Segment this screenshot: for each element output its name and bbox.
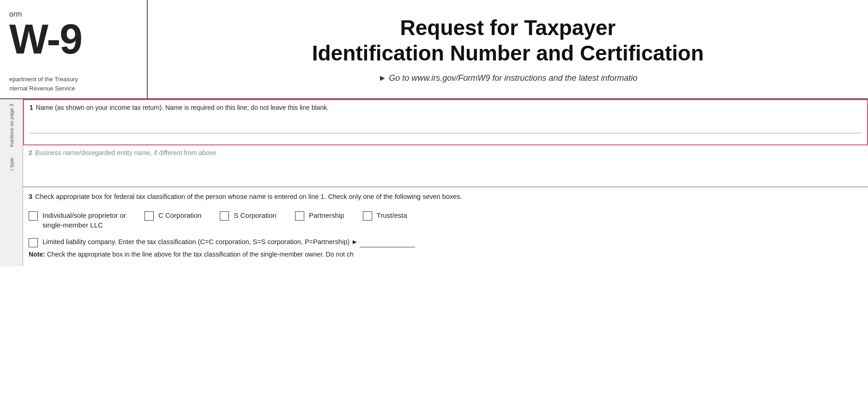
checkbox-c-corp-box[interactable] — [145, 211, 154, 221]
field-2-text: Business name/disregarded entity name, i… — [35, 149, 217, 156]
content-right: 1Name (as shown on your income tax retur… — [23, 99, 868, 266]
checkbox-partnership-label: Partnership — [309, 210, 344, 220]
checkbox-individual-box[interactable] — [29, 211, 38, 221]
field-3-text: Check appropriate box for federal tax cl… — [35, 193, 462, 200]
checkbox-c-corp: C Corporation — [145, 210, 201, 221]
llc-row: Limited liability company. Enter the tax… — [29, 237, 862, 247]
checkbox-trust-box[interactable] — [363, 211, 372, 221]
page-container: orm W-9 epartment of the Treasury nterna… — [0, 0, 868, 395]
field-1-inner: 1Name (as shown on your income tax retur… — [24, 100, 867, 144]
left-sidebar: tructions on page 3 r type. — [0, 99, 23, 266]
field-3-header: 3Check appropriate box for federal tax c… — [29, 192, 862, 202]
checkbox-partnership: Partnership — [295, 210, 344, 221]
note-text: Note: Check the appropriate box in the l… — [29, 250, 862, 259]
field-1-text: Name (as shown on your income tax return… — [36, 104, 329, 111]
checkbox-llc-box[interactable] — [29, 238, 38, 247]
form-number: W-9 — [9, 18, 138, 60]
checkbox-c-corp-label: C Corporation — [158, 210, 201, 220]
form-header: orm W-9 epartment of the Treasury nterna… — [0, 0, 868, 99]
form-url: ► Go to www.irs.gov/FormW9 for instructi… — [378, 73, 637, 83]
note-content: Check the appropriate box in the line ab… — [47, 251, 354, 258]
sidebar-label-1: tructions on page 3 — [9, 104, 14, 147]
checkbox-trust: Trust/esta — [363, 210, 407, 221]
dept-info: epartment of the Treasury nternal Revenu… — [9, 75, 78, 93]
field-1-number: 1 — [30, 104, 33, 111]
checkbox-s-corp-box[interactable] — [220, 211, 229, 221]
header-right: Request for Taxpayer Identification Numb… — [148, 0, 868, 98]
field-1-input[interactable] — [30, 115, 862, 133]
field-1-label: 1Name (as shown on your income tax retur… — [30, 104, 862, 111]
dept-line2: nternal Revenue Service — [9, 84, 78, 93]
main-content: tructions on page 3 r type. 1Name (as sh… — [0, 99, 868, 266]
llc-input-line[interactable] — [360, 247, 415, 247]
field-2-number: 2 — [29, 149, 32, 156]
field-3-section: 3Check appropriate box for federal tax c… — [23, 187, 868, 266]
checkboxes-row: Individual/sole proprietor orsingle-memb… — [29, 210, 862, 230]
llc-label: Limited liability company. Enter the tax… — [42, 237, 415, 247]
checkbox-s-corp: S Corporation — [220, 210, 277, 221]
field-3-number: 3 — [29, 193, 32, 200]
checkbox-individual-label: Individual/sole proprietor orsingle-memb… — [42, 210, 126, 230]
dept-line1: epartment of the Treasury — [9, 75, 78, 84]
form-title-main: Request for Taxpayer — [400, 15, 616, 41]
checkbox-s-corp-label: S Corporation — [234, 210, 277, 220]
checkbox-trust-label: Trust/esta — [377, 210, 407, 220]
field-2-label: 2Business name/disregarded entity name, … — [29, 149, 862, 156]
form-area: orm W-9 epartment of the Treasury nterna… — [0, 0, 868, 395]
checkbox-individual: Individual/sole proprietor orsingle-memb… — [29, 210, 126, 230]
sidebar-label-2: r type. — [9, 156, 14, 171]
checkbox-partnership-box[interactable] — [295, 211, 304, 221]
note-bold: Note: — [29, 251, 45, 258]
field-1-section: 1Name (as shown on your income tax retur… — [23, 99, 868, 145]
header-left: orm W-9 epartment of the Treasury nterna… — [0, 0, 148, 98]
form-title-sub: Identification Number and Certification — [312, 41, 704, 66]
field-2-section: 2Business name/disregarded entity name, … — [23, 145, 868, 187]
